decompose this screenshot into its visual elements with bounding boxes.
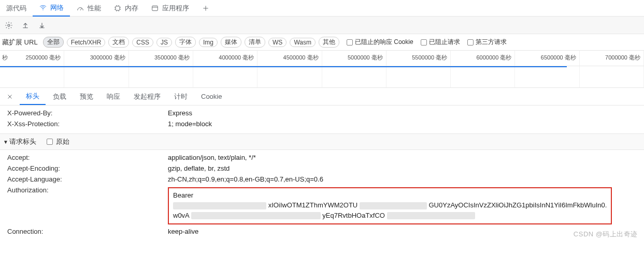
redacted-segment [191,212,321,219]
header-value: gzip, deflate, br, zstd [168,164,230,172]
section-title: ▼ 请求标头 [3,137,36,146]
tab-memory[interactable]: 内存 [107,0,145,17]
response-headers: X-Powered-By: Express X-Xss-Protection: … [0,106,644,133]
tab-memory-label: 内存 [125,4,138,13]
header-row: Accept: application/json, text/plain, */… [0,152,644,163]
filter-chip-fetchxhr[interactable]: Fetch/XHR [67,38,106,47]
tab-network-label: 网络 [50,3,64,12]
checkbox-icon [347,39,353,46]
raw-toggle-label: 原始 [56,137,69,146]
redacted-segment [360,202,427,209]
header-value: zh-CN,zh;q=0.9,en;q=0.8,en-GB;q=0.7,en-U… [168,175,323,183]
header-value: 1; mode=block [168,120,212,128]
chk-blocked-cookie-label: 已阻止的响应 Cookie [355,38,413,47]
filter-chip-font[interactable]: 字体 [175,37,196,48]
detail-tab-initiator[interactable]: 发起程序 [127,89,167,104]
header-row: X-Xss-Protection: 1; mode=block [0,118,644,129]
svg-point-3 [8,24,10,26]
detail-tab-payload[interactable]: 负载 [47,89,73,104]
filter-chip-all[interactable]: 全部 [43,37,64,48]
request-headers-section-head[interactable]: ▼ 请求标头 原始 [0,133,644,150]
filter-chip-doc[interactable]: 文档 [108,37,129,48]
header-value: keep-alive [168,228,198,235]
filter-chip-img[interactable]: Img [199,38,218,47]
filter-chip-wasm[interactable]: Wasm [290,38,316,47]
url-filter-label: 藏扩展 URL [2,38,40,47]
detail-tab-preview[interactable]: 预览 [74,89,99,104]
redacted-segment [387,212,475,219]
waterfall-bar [0,66,567,67]
redacted-segment [173,202,266,209]
tab-network[interactable]: 网络 [33,0,70,17]
header-row: Connection: keep-alive [0,226,644,237]
header-key: Accept-Language: [7,175,168,183]
header-key: Accept-Encoding: [7,164,168,172]
header-row: Accept-Language: zh-CN,zh;q=0.9,en;q=0.8… [0,174,644,185]
close-detail-button[interactable] [3,90,17,103]
header-key: Connection: [7,228,168,235]
authorization-value-box: Bearer xIOiIwOTM1ZThmYWM2OTU GU0YzAyOCIs… [168,187,612,224]
request-headers: Accept: application/json, text/plain, */… [0,150,644,241]
chk-blocked-request-label: 已阻止请求 [429,38,460,47]
chk-blocked-request[interactable]: 已阻止请求 [421,38,460,47]
tick-label: 秒 [0,54,8,62]
detail-tab-response[interactable]: 响应 [101,89,126,104]
detail-tab-headers[interactable]: 标头 [20,88,46,105]
triangle-down-icon: ▼ [3,139,8,145]
devtools-top-tabs: 源代码 网络 性能 内存 应用程序 [0,0,644,17]
header-key: Authorization: [7,186,168,194]
header-value: application/json, text/plain, */* [168,154,256,161]
tab-sources-label: 源代码 [6,4,26,13]
tab-performance[interactable]: 性能 [70,0,107,17]
header-value: Express [168,109,192,117]
filter-chip-css[interactable]: CSS [132,38,153,47]
wifi-icon [39,4,47,12]
tab-application-label: 应用程序 [162,4,189,13]
detail-tab-timing[interactable]: 计时 [168,89,194,104]
tab-sources[interactable]: 源代码 [0,0,33,17]
filter-chip-other[interactable]: 其他 [319,37,339,48]
svg-rect-1 [116,6,120,10]
chk-blocked-cookie[interactable]: 已阻止的响应 Cookie [347,38,413,47]
filter-chip-ws[interactable]: WS [268,38,287,47]
gauge-icon [76,4,84,12]
tab-performance-label: 性能 [88,4,101,13]
waterfall-overview[interactable] [0,66,644,88]
chk-third-party[interactable]: 第三方请求 [467,38,507,47]
filter-chip-manifest[interactable]: 清单 [245,37,265,48]
checkbox-icon [467,39,474,46]
raw-toggle[interactable]: 原始 [47,137,69,146]
settings-gear-icon[interactable] [3,20,15,31]
header-key: X-Xss-Protection: [7,120,168,128]
waterfall-grid [0,66,644,87]
header-row-authorization: Authorization: Bearer xIOiIwOTM1ZThmYWM2… [0,185,644,226]
filter-chip-js[interactable]: JS [156,38,172,47]
svg-point-0 [42,9,43,10]
export-up-icon[interactable] [20,20,31,31]
tab-add[interactable] [195,0,216,17]
filter-chip-media[interactable]: 媒体 [221,37,241,48]
plus-icon [202,4,210,12]
timeline-ruler[interactable]: 秒2500000 毫秒 3000000 毫秒 3500000 毫秒 400000… [0,51,644,66]
header-key: Accept: [7,154,168,161]
header-row: X-Powered-By: Express [0,108,644,118]
chk-third-party-label: 第三方请求 [476,38,507,47]
import-down-icon[interactable] [36,20,48,31]
header-row: Accept-Encoding: gzip, deflate, br, zstd [0,163,644,174]
checkbox-icon [47,139,53,145]
chip-icon [113,4,122,12]
detail-tab-cookie[interactable]: Cookie [195,89,228,103]
checkbox-icon [421,39,427,46]
svg-rect-2 [152,6,158,10]
network-toolbar [0,17,644,34]
tab-application[interactable]: 应用程序 [145,0,195,17]
filter-bar: 藏扩展 URL 全部 Fetch/XHR 文档 CSS JS 字体 Img 媒体… [0,34,644,51]
window-icon [151,4,159,12]
detail-tabs: 标头 负载 预览 响应 发起程序 计时 Cookie [0,88,644,106]
header-key: X-Powered-By: [7,109,168,117]
